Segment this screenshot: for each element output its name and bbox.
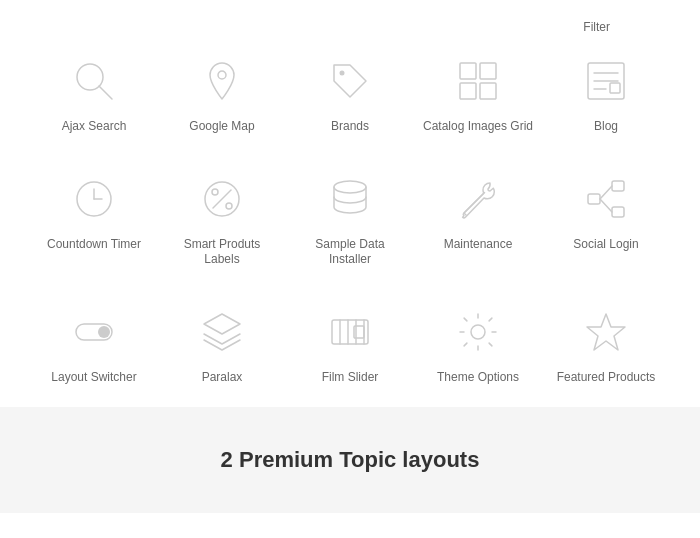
row-1: Ajax SearchGoogle MapBrandsCatalog Image… bbox=[30, 39, 670, 147]
label-film-slider: Film Slider bbox=[322, 370, 379, 386]
filter-label[interactable]: Filter bbox=[583, 20, 610, 34]
grid-item-paralax[interactable]: Paralax bbox=[158, 290, 286, 398]
blog-icon bbox=[576, 51, 636, 111]
svg-point-28 bbox=[98, 326, 110, 338]
svg-point-19 bbox=[226, 203, 232, 209]
svg-rect-23 bbox=[612, 207, 624, 217]
label-featured-products: Featured Products bbox=[557, 370, 656, 386]
label-brands: Brands bbox=[331, 119, 369, 135]
grid-item-theme-options[interactable]: Theme Options bbox=[414, 290, 542, 398]
label-maintenance: Maintenance bbox=[444, 237, 513, 253]
film-icon bbox=[320, 302, 380, 362]
percent-icon bbox=[192, 169, 252, 229]
svg-rect-5 bbox=[480, 63, 496, 79]
svg-rect-24 bbox=[588, 194, 600, 204]
tag-icon bbox=[320, 51, 380, 111]
premium-title: 2 Premium Topic layouts bbox=[30, 447, 670, 473]
svg-rect-12 bbox=[610, 83, 620, 93]
label-google-map: Google Map bbox=[189, 119, 254, 135]
label-ajax-search: Ajax Search bbox=[62, 119, 127, 135]
svg-line-21 bbox=[465, 192, 485, 212]
star-icon bbox=[576, 302, 636, 362]
svg-rect-22 bbox=[612, 181, 624, 191]
grid-item-film-slider[interactable]: Film Slider bbox=[286, 290, 414, 398]
grid-item-countdown-timer[interactable]: Countdown Timer bbox=[30, 157, 158, 280]
main-content: Filter Ajax SearchGoogle MapBrandsCatalo… bbox=[0, 0, 700, 397]
label-paralax: Paralax bbox=[202, 370, 243, 386]
svg-point-3 bbox=[340, 71, 345, 76]
toggle-icon bbox=[64, 302, 124, 362]
grid-item-layout-switcher[interactable]: Layout Switcher bbox=[30, 290, 158, 398]
svg-line-17 bbox=[213, 190, 231, 208]
grid-item-brands[interactable]: Brands bbox=[286, 39, 414, 147]
layers-icon bbox=[192, 302, 252, 362]
svg-rect-7 bbox=[480, 83, 496, 99]
grid-item-blog[interactable]: Blog bbox=[542, 39, 670, 147]
svg-point-36 bbox=[471, 325, 485, 339]
label-sample-data-installer: Sample Data Installer bbox=[294, 237, 406, 268]
bottom-section: 2 Premium Topic layouts bbox=[0, 407, 700, 513]
svg-marker-37 bbox=[587, 314, 625, 350]
map-icon bbox=[192, 51, 252, 111]
database-icon bbox=[320, 169, 380, 229]
filter-row: Filter bbox=[30, 20, 670, 34]
label-layout-switcher: Layout Switcher bbox=[51, 370, 136, 386]
label-social-login: Social Login bbox=[573, 237, 638, 253]
svg-line-1 bbox=[99, 86, 112, 99]
grid-item-featured-products[interactable]: Featured Products bbox=[542, 290, 670, 398]
grid-item-smart-products-labels[interactable]: Smart Produts Labels bbox=[158, 157, 286, 280]
label-catalog-images-grid: Catalog Images Grid bbox=[423, 119, 533, 135]
grid-item-google-map[interactable]: Google Map bbox=[158, 39, 286, 147]
svg-point-18 bbox=[212, 189, 218, 195]
svg-rect-6 bbox=[460, 83, 476, 99]
social-icon bbox=[576, 169, 636, 229]
label-blog: Blog bbox=[594, 119, 618, 135]
grid-item-catalog-images-grid[interactable]: Catalog Images Grid bbox=[414, 39, 542, 147]
svg-point-20 bbox=[334, 181, 366, 193]
svg-point-2 bbox=[218, 71, 226, 79]
row-2: Countdown TimerSmart Produts LabelsSampl… bbox=[30, 157, 670, 280]
label-smart-products-labels: Smart Produts Labels bbox=[166, 237, 278, 268]
svg-line-25 bbox=[600, 186, 612, 199]
svg-marker-29 bbox=[204, 314, 240, 334]
wrench-icon bbox=[448, 169, 508, 229]
svg-line-26 bbox=[600, 199, 612, 212]
grid-item-ajax-search[interactable]: Ajax Search bbox=[30, 39, 158, 147]
clock-icon bbox=[64, 169, 124, 229]
label-theme-options: Theme Options bbox=[437, 370, 519, 386]
grid-icon bbox=[448, 51, 508, 111]
settings-icon bbox=[448, 302, 508, 362]
grid-item-sample-data-installer[interactable]: Sample Data Installer bbox=[286, 157, 414, 280]
svg-rect-4 bbox=[460, 63, 476, 79]
label-countdown-timer: Countdown Timer bbox=[47, 237, 141, 253]
search-icon bbox=[64, 51, 124, 111]
row-3: Layout SwitcherParalaxFilm SliderTheme O… bbox=[30, 290, 670, 398]
grid-item-social-login[interactable]: Social Login bbox=[542, 157, 670, 280]
grid-item-maintenance[interactable]: Maintenance bbox=[414, 157, 542, 280]
svg-rect-30 bbox=[332, 320, 368, 344]
